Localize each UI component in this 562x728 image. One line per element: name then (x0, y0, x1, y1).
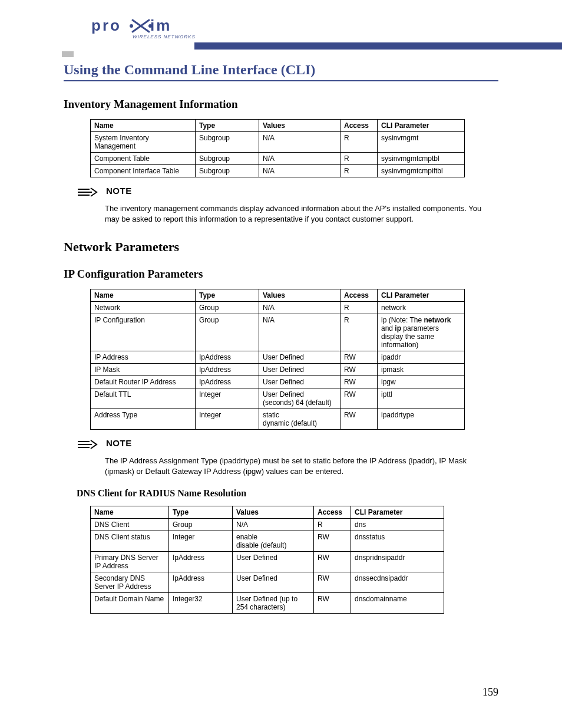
table-row: Secondary DNS Server IP Address IpAddres… (91, 572, 444, 593)
cell-name: Default Router IP Address (91, 376, 196, 388)
note-block: NOTE (77, 438, 498, 452)
th-values: Values (259, 289, 340, 302)
table-row: Default Domain Name Integer32 User Defin… (91, 593, 444, 614)
cell-cli: ip (Note: The network and ip parameters … (378, 314, 465, 351)
header-gray-cap (62, 51, 74, 57)
cell-values: N/A (259, 165, 340, 177)
th-cli: CLI Parameter (378, 289, 465, 302)
cell-name: Address Type (91, 409, 196, 430)
cell-type: Integer (169, 531, 233, 552)
cell-cli: ipaddrtype (378, 409, 465, 430)
th-name: Name (91, 120, 196, 132)
th-access: Access (340, 120, 378, 132)
th-access: Access (340, 289, 378, 302)
page-number: 159 (482, 686, 498, 699)
cell-values: User Defined (259, 351, 340, 364)
note-arrow-icon (77, 439, 100, 452)
table-row: System Inventory Management Subgroup N/A… (91, 132, 465, 153)
cell-cli: sysinvmgmt (378, 132, 465, 153)
cell-values: User Defined (seconds) 64 (default) (259, 388, 340, 409)
cell-type: Subgroup (196, 132, 259, 153)
note-label: NOTE (106, 186, 132, 196)
cell-cli: network (378, 302, 465, 314)
note-text: The IP Address Assignment Type (ipaddrty… (105, 456, 492, 476)
cell-name: IP Address (91, 351, 196, 364)
cell-access: RW (314, 552, 351, 572)
section-heading-inventory: Inventory Management Information (64, 98, 498, 111)
cell-name: Default Domain Name (91, 593, 169, 614)
th-access: Access (314, 506, 351, 519)
cell-access: R (340, 314, 378, 351)
cell-values: N/A (259, 302, 340, 314)
cell-access: RW (340, 351, 378, 364)
cell-name: Secondary DNS Server IP Address (91, 572, 169, 593)
cell-name: System Inventory Management (91, 132, 196, 153)
cell-type: IpAddress (169, 572, 233, 593)
note-label: NOTE (106, 438, 132, 448)
cell-cli: sysinvmgmtcmpiftbl (378, 165, 465, 177)
svg-point-4 (130, 24, 133, 28)
th-values: Values (259, 120, 340, 132)
cell-name: Network (91, 302, 196, 314)
cell-cli: ipgw (378, 376, 465, 388)
cell-name: IP Configuration (91, 314, 196, 351)
table-row: DNS Client Group N/A R dns (91, 519, 444, 531)
cell-type: Subgroup (196, 165, 259, 177)
cell-cli: dns (351, 519, 444, 531)
cell-access: R (340, 153, 378, 165)
cell-values: User Defined (233, 552, 314, 572)
cell-access: RW (314, 531, 351, 552)
cell-type: Group (169, 519, 233, 531)
cell-type: Integer32 (169, 593, 233, 614)
page-title: Using the Command Line Interface (CLI) (64, 62, 498, 81)
cell-values: User Defined (up to 254 characters) (233, 593, 314, 614)
th-type: Type (169, 506, 233, 519)
cell-access: R (340, 165, 378, 177)
svg-text:pro: pro (91, 18, 121, 34)
content: Using the Command Line Interface (CLI) I… (0, 50, 562, 637)
brand-tagline: WIRELESS NETWORKS (133, 34, 196, 39)
inventory-table: Name Type Values Access CLI Parameter Sy… (90, 119, 465, 177)
cell-type: Group (196, 302, 259, 314)
cell-access: RW (314, 593, 351, 614)
cell-type: IpAddress (196, 351, 259, 364)
th-type: Type (196, 289, 259, 302)
cell-access: RW (340, 364, 378, 376)
cell-access: RW (314, 572, 351, 593)
table-row: Primary DNS Server IP Address IpAddress … (91, 552, 444, 572)
table-row: Default TTL Integer User Defined (second… (91, 388, 465, 409)
table-row: IP Mask IpAddress User Defined RW ipmask (91, 364, 465, 376)
th-name: Name (91, 289, 196, 302)
note-arrow-icon (77, 187, 100, 200)
th-name: Name (91, 506, 169, 519)
cell-type: IpAddress (169, 552, 233, 572)
cell-access: RW (340, 388, 378, 409)
cell-access: R (340, 302, 378, 314)
cell-cli: dnsdomainname (351, 593, 444, 614)
table-row: Component Table Subgroup N/A R sysinvmgm… (91, 153, 465, 165)
table-row: Address Type Integer staticdynamic (defa… (91, 409, 465, 430)
note-text: The inventory management commands displa… (105, 203, 492, 224)
table-header-row: Name Type Values Access CLI Parameter (91, 506, 444, 519)
cell-name: DNS Client (91, 519, 169, 531)
table-header-row: Name Type Values Access CLI Parameter (91, 289, 465, 302)
svg-text:im: im (150, 18, 171, 34)
th-values: Values (233, 506, 314, 519)
cell-values: User Defined (233, 572, 314, 593)
cell-type: Group (196, 314, 259, 351)
table-row: IP Configuration Group N/A R ip (Note: T… (91, 314, 465, 351)
cell-cli: sysinvmgmtcmptbl (378, 153, 465, 165)
cell-values: enabledisable (default) (233, 531, 314, 552)
cell-access: RW (340, 376, 378, 388)
page: pro im WIRELESS NETWORKS Using the Comma… (0, 0, 562, 728)
th-type: Type (196, 120, 259, 132)
cell-values: N/A (259, 132, 340, 153)
cell-name: IP Mask (91, 364, 196, 376)
cell-cli: dnspridnsipaddr (351, 552, 444, 572)
cell-values: User Defined (259, 376, 340, 388)
cell-type: IpAddress (196, 376, 259, 388)
section-heading-ipconfig: IP Configuration Parameters (64, 268, 498, 281)
table-row: Default Router IP Address IpAddress User… (91, 376, 465, 388)
cell-cli: ipmask (378, 364, 465, 376)
cell-cli: ipaddr (378, 351, 465, 364)
